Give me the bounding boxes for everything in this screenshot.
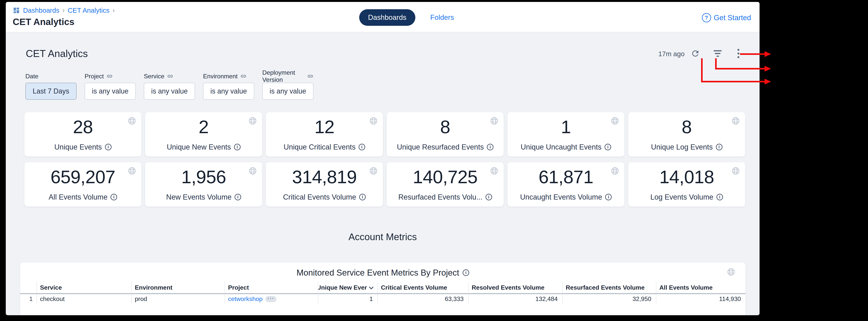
filter-project: Project is any value bbox=[85, 72, 136, 100]
column-header-unique-new-events[interactable]: Unique New Ever bbox=[318, 282, 377, 294]
info-icon[interactable] bbox=[487, 144, 493, 150]
project-options-icon[interactable] bbox=[266, 296, 277, 302]
info-icon[interactable] bbox=[486, 194, 492, 200]
info-icon[interactable] bbox=[359, 144, 365, 150]
filter-date-chip[interactable]: Last 7 Days bbox=[25, 83, 76, 100]
tile-resurfaced-events-volume: 140,725 Resurfaced Events Volu... bbox=[387, 162, 504, 206]
filter-project-label: Project bbox=[85, 73, 104, 80]
metric-value: 8 bbox=[387, 116, 504, 138]
metric-value: 1 bbox=[507, 116, 624, 138]
metric-label: Critical Events Volume bbox=[283, 193, 356, 201]
get-started-link[interactable]: Get Started bbox=[702, 13, 751, 22]
metric-label: Unique Log Events bbox=[651, 143, 713, 151]
top-bar: Dashboards › CET Analytics › CET Analyti… bbox=[6, 2, 760, 32]
metric-value: 28 bbox=[24, 116, 141, 138]
info-icon[interactable] bbox=[716, 144, 722, 150]
tab-folders[interactable]: Folders bbox=[430, 13, 454, 22]
tile-uncaught-events-volume: 61,871 Uncaught Events Volume bbox=[507, 162, 624, 206]
globe-icon bbox=[727, 267, 736, 276]
metric-label: Unique Resurfaced Events bbox=[397, 143, 484, 151]
link-icon bbox=[240, 73, 247, 79]
data-table: Service Environment Project Unique New E… bbox=[20, 282, 745, 304]
metric-label: Unique Uncaught Events bbox=[521, 143, 601, 151]
filter-date-label: Date bbox=[25, 73, 38, 80]
table-card: Monitored Service Event Metrics By Proje… bbox=[20, 262, 745, 315]
metric-label: Unique New Events bbox=[167, 143, 231, 151]
cell-service: checkout bbox=[36, 294, 131, 304]
metric-value: 2 bbox=[145, 116, 262, 138]
column-header-project[interactable]: Project bbox=[225, 282, 318, 294]
column-header-critical-events-volume[interactable]: Critical Events Volume bbox=[377, 282, 468, 294]
info-icon[interactable] bbox=[716, 194, 723, 200]
screenshot-stage: Dashboards › CET Analytics › CET Analyti… bbox=[0, 0, 868, 321]
metric-label: Log Events Volume bbox=[650, 193, 713, 201]
cell-critical-events-volume: 63,333 bbox=[377, 294, 468, 304]
metric-label: Uncaught Events Volume bbox=[520, 193, 602, 201]
cell-unique-new-events: 1 bbox=[318, 294, 377, 304]
info-icon[interactable] bbox=[234, 144, 241, 150]
filter-bar: Date Last 7 Days Project is any value Se… bbox=[25, 72, 313, 100]
link-icon bbox=[307, 73, 313, 79]
metric-label: Unique Critical Events bbox=[284, 143, 355, 151]
link-icon bbox=[106, 73, 113, 79]
tab-dashboards[interactable]: Dashboards bbox=[359, 9, 415, 26]
breadcrumb-separator-icon: › bbox=[113, 6, 115, 14]
column-header-environment[interactable]: Environment bbox=[131, 282, 225, 294]
metric-label: All Events Volume bbox=[49, 193, 107, 201]
tile-all-events-volume: 659,207 All Events Volume bbox=[24, 162, 141, 206]
tile-unique-uncaught-events: 1 Unique Uncaught Events bbox=[507, 112, 624, 156]
metric-value: 12 bbox=[266, 116, 383, 138]
app-window: Dashboards › CET Analytics › CET Analyti… bbox=[6, 2, 760, 315]
filter-service-chip[interactable]: is any value bbox=[144, 83, 195, 100]
metric-label: Unique Events bbox=[54, 143, 102, 151]
info-icon[interactable] bbox=[463, 269, 469, 276]
tile-new-events-volume: 1,956 New Events Volume bbox=[145, 162, 262, 206]
filter-service-label: Service bbox=[144, 73, 164, 80]
filter-environment-chip[interactable]: is any value bbox=[203, 83, 254, 100]
info-icon[interactable] bbox=[105, 144, 112, 150]
breadcrumb-dashboards-link[interactable]: Dashboards bbox=[23, 6, 59, 14]
info-icon[interactable] bbox=[359, 194, 366, 200]
project-link[interactable]: cetworkshop bbox=[228, 295, 263, 302]
column-header-resolved-events-volume[interactable]: Resolved Events Volume bbox=[468, 282, 562, 294]
kebab-menu-icon[interactable] bbox=[734, 49, 743, 58]
tile-log-events-volume: 14,018 Log Events Volume bbox=[628, 162, 745, 206]
breadcrumb-cet-analytics-link[interactable]: CET Analytics bbox=[68, 6, 110, 14]
filter-icon[interactable] bbox=[713, 49, 722, 58]
metric-value: 61,871 bbox=[507, 167, 624, 187]
info-icon[interactable] bbox=[235, 194, 241, 200]
tile-row-2: 659,207 All Events Volume 1,956 New Even… bbox=[24, 162, 745, 206]
metric-label: New Events Volume bbox=[166, 193, 231, 201]
filter-deployment-version: Deployment Version is any value bbox=[262, 72, 313, 100]
top-tabs: Dashboards Folders bbox=[359, 9, 454, 26]
filter-deployment-version-chip[interactable]: is any value bbox=[262, 83, 313, 100]
column-header-resurfaced-events-volume[interactable]: Resurfaced Events Volume bbox=[562, 282, 656, 294]
filter-project-chip[interactable]: is any value bbox=[85, 83, 136, 100]
metric-value: 8 bbox=[628, 116, 745, 138]
section-heading-account-metrics: Account Metrics bbox=[6, 231, 760, 242]
get-started-label: Get Started bbox=[714, 14, 751, 22]
filter-service: Service is any value bbox=[144, 72, 195, 100]
info-icon[interactable] bbox=[111, 194, 117, 200]
dashboard-title: CET Analytics bbox=[26, 48, 88, 59]
tile-unique-log-events: 8 Unique Log Events bbox=[628, 112, 745, 156]
info-icon[interactable] bbox=[604, 144, 611, 150]
tile-unique-new-events: 2 Unique New Events bbox=[145, 112, 262, 156]
table-title: Monitored Service Event Metrics By Proje… bbox=[297, 268, 459, 278]
filter-environment: Environment is any value bbox=[203, 72, 254, 100]
info-icon[interactable] bbox=[605, 194, 612, 200]
page-title: CET Analytics bbox=[13, 17, 74, 27]
tile-row-1: 28 Unique Events 2 Unique New Events 12 … bbox=[24, 112, 745, 156]
metric-value: 1,956 bbox=[145, 167, 262, 187]
last-refresh-time: 17m ago bbox=[640, 50, 685, 58]
column-header-service[interactable]: Service bbox=[36, 282, 131, 294]
column-header-all-events-volume[interactable]: All Events Volume bbox=[656, 282, 745, 294]
cell-resurfaced-events-volume: 32,950 bbox=[562, 294, 656, 304]
filter-deployment-version-label: Deployment Version bbox=[262, 69, 305, 83]
refresh-icon[interactable] bbox=[691, 49, 700, 58]
metric-value: 314,819 bbox=[266, 167, 383, 187]
help-question-icon bbox=[702, 13, 711, 22]
metric-value: 659,207 bbox=[24, 167, 141, 187]
row-number: 1 bbox=[20, 294, 36, 304]
metric-value: 140,725 bbox=[387, 167, 504, 187]
